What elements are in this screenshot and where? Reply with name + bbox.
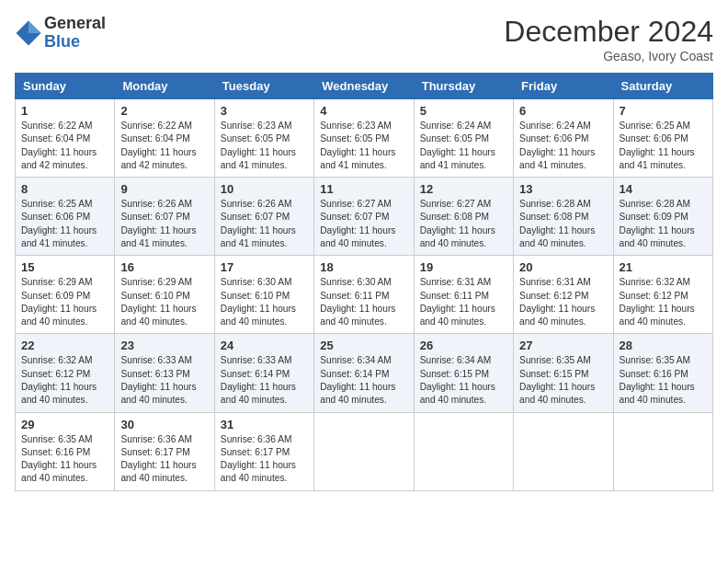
calendar-cell: 18Sunrise: 6:30 AM Sunset: 6:11 PM Dayli… (314, 256, 414, 334)
calendar-cell: 12Sunrise: 6:27 AM Sunset: 6:08 PM Dayli… (414, 178, 513, 256)
cell-details: Sunrise: 6:23 AM Sunset: 6:05 PM Dayligh… (320, 120, 407, 172)
calendar-week-4: 22Sunrise: 6:32 AM Sunset: 6:12 PM Dayli… (16, 334, 713, 412)
day-number: 27 (519, 339, 607, 352)
calendar-cell: 25Sunrise: 6:34 AM Sunset: 6:14 PM Dayli… (314, 334, 414, 412)
page-header: General Blue December 2024 Geaso, Ivory … (15, 15, 713, 63)
day-number: 8 (21, 182, 108, 196)
calendar-cell: 4Sunrise: 6:23 AM Sunset: 6:05 PM Daylig… (314, 99, 414, 178)
cell-details: Sunrise: 6:32 AM Sunset: 6:12 PM Dayligh… (21, 354, 108, 407)
calendar-cell: 2Sunrise: 6:22 AM Sunset: 6:04 PM Daylig… (115, 99, 214, 178)
cell-details: Sunrise: 6:29 AM Sunset: 6:09 PM Dayligh… (21, 276, 108, 328)
calendar-cell: 23Sunrise: 6:33 AM Sunset: 6:13 PM Dayli… (115, 334, 214, 412)
cell-details: Sunrise: 6:34 AM Sunset: 6:14 PM Dayligh… (320, 354, 407, 407)
day-number: 7 (620, 104, 707, 118)
cell-details: Sunrise: 6:35 AM Sunset: 6:16 PM Dayligh… (620, 354, 707, 407)
day-number: 9 (120, 182, 208, 196)
calendar-cell: 16Sunrise: 6:29 AM Sunset: 6:10 PM Dayli… (115, 256, 214, 334)
calendar-cell: 11Sunrise: 6:27 AM Sunset: 6:07 PM Dayli… (314, 178, 414, 256)
cell-details: Sunrise: 6:25 AM Sunset: 6:06 PM Dayligh… (620, 120, 707, 172)
day-number: 1 (21, 104, 108, 118)
cell-details: Sunrise: 6:33 AM Sunset: 6:14 PM Dayligh… (221, 354, 308, 407)
day-number: 13 (519, 182, 607, 196)
day-number: 6 (519, 104, 607, 118)
column-header-sunday: Sunday (16, 74, 115, 99)
cell-details: Sunrise: 6:26 AM Sunset: 6:07 PM Dayligh… (120, 198, 208, 250)
column-header-monday: Monday (115, 74, 214, 99)
calendar-cell: 6Sunrise: 6:24 AM Sunset: 6:06 PM Daylig… (514, 99, 613, 178)
day-number: 2 (120, 104, 208, 118)
cell-details: Sunrise: 6:35 AM Sunset: 6:15 PM Dayligh… (519, 354, 607, 407)
location-text: Geaso, Ivory Coast (504, 49, 713, 63)
calendar-cell: 24Sunrise: 6:33 AM Sunset: 6:14 PM Dayli… (214, 334, 313, 412)
day-number: 30 (120, 418, 208, 431)
cell-details: Sunrise: 6:34 AM Sunset: 6:15 PM Dayligh… (420, 354, 507, 407)
cell-details: Sunrise: 6:30 AM Sunset: 6:10 PM Dayligh… (221, 276, 308, 328)
calendar-cell: 15Sunrise: 6:29 AM Sunset: 6:09 PM Dayli… (16, 256, 115, 334)
day-number: 31 (221, 418, 308, 431)
day-number: 23 (120, 339, 208, 352)
calendar-cell: 9Sunrise: 6:26 AM Sunset: 6:07 PM Daylig… (115, 178, 214, 256)
logo: General Blue (15, 15, 106, 52)
day-number: 28 (620, 339, 707, 352)
day-number: 19 (420, 260, 507, 274)
calendar-cell: 28Sunrise: 6:35 AM Sunset: 6:16 PM Dayli… (613, 334, 712, 412)
cell-details: Sunrise: 6:36 AM Sunset: 6:17 PM Dayligh… (120, 433, 208, 486)
cell-details: Sunrise: 6:27 AM Sunset: 6:07 PM Dayligh… (320, 198, 407, 250)
day-number: 10 (221, 182, 308, 196)
cell-details: Sunrise: 6:23 AM Sunset: 6:05 PM Dayligh… (221, 120, 308, 172)
day-number: 17 (221, 260, 308, 274)
day-number: 29 (21, 418, 108, 431)
day-number: 3 (221, 104, 308, 118)
day-number: 22 (21, 339, 108, 352)
cell-details: Sunrise: 6:36 AM Sunset: 6:17 PM Dayligh… (221, 433, 308, 486)
cell-details: Sunrise: 6:35 AM Sunset: 6:16 PM Dayligh… (21, 433, 108, 486)
calendar-cell: 26Sunrise: 6:34 AM Sunset: 6:15 PM Dayli… (414, 334, 513, 412)
day-number: 5 (420, 104, 507, 118)
calendar-table: SundayMondayTuesdayWednesdayThursdayFrid… (15, 73, 713, 491)
calendar-cell: 13Sunrise: 6:28 AM Sunset: 6:08 PM Dayli… (514, 178, 613, 256)
calendar-cell: 27Sunrise: 6:35 AM Sunset: 6:15 PM Dayli… (514, 334, 613, 412)
cell-details: Sunrise: 6:27 AM Sunset: 6:08 PM Dayligh… (420, 198, 507, 250)
day-number: 16 (120, 260, 208, 274)
cell-details: Sunrise: 6:24 AM Sunset: 6:06 PM Dayligh… (519, 120, 607, 172)
column-header-friday: Friday (514, 74, 613, 99)
cell-details: Sunrise: 6:22 AM Sunset: 6:04 PM Dayligh… (120, 120, 208, 172)
cell-details: Sunrise: 6:22 AM Sunset: 6:04 PM Dayligh… (21, 120, 108, 172)
cell-details: Sunrise: 6:30 AM Sunset: 6:11 PM Dayligh… (320, 276, 407, 328)
calendar-cell: 22Sunrise: 6:32 AM Sunset: 6:12 PM Dayli… (16, 334, 115, 412)
calendar-week-1: 1Sunrise: 6:22 AM Sunset: 6:04 PM Daylig… (16, 99, 713, 178)
cell-details: Sunrise: 6:33 AM Sunset: 6:13 PM Dayligh… (120, 354, 208, 407)
calendar-cell (514, 412, 613, 490)
cell-details: Sunrise: 6:24 AM Sunset: 6:05 PM Dayligh… (420, 120, 507, 172)
calendar-cell: 7Sunrise: 6:25 AM Sunset: 6:06 PM Daylig… (613, 99, 712, 178)
cell-details: Sunrise: 6:31 AM Sunset: 6:12 PM Dayligh… (519, 276, 607, 328)
calendar-cell: 8Sunrise: 6:25 AM Sunset: 6:06 PM Daylig… (16, 178, 115, 256)
calendar-week-3: 15Sunrise: 6:29 AM Sunset: 6:09 PM Dayli… (16, 256, 713, 334)
cell-details: Sunrise: 6:28 AM Sunset: 6:09 PM Dayligh… (620, 198, 707, 250)
column-header-tuesday: Tuesday (214, 74, 313, 99)
calendar-cell: 21Sunrise: 6:32 AM Sunset: 6:12 PM Dayli… (613, 256, 712, 334)
day-number: 18 (320, 260, 407, 274)
column-header-wednesday: Wednesday (314, 74, 414, 99)
calendar-week-5: 29Sunrise: 6:35 AM Sunset: 6:16 PM Dayli… (16, 412, 713, 490)
calendar-cell: 19Sunrise: 6:31 AM Sunset: 6:11 PM Dayli… (414, 256, 513, 334)
calendar-header-row: SundayMondayTuesdayWednesdayThursdayFrid… (16, 74, 713, 99)
day-number: 25 (320, 339, 407, 352)
cell-details: Sunrise: 6:29 AM Sunset: 6:10 PM Dayligh… (120, 276, 208, 328)
cell-details: Sunrise: 6:28 AM Sunset: 6:08 PM Dayligh… (519, 198, 607, 250)
column-header-thursday: Thursday (414, 74, 513, 99)
calendar-cell: 31Sunrise: 6:36 AM Sunset: 6:17 PM Dayli… (214, 412, 313, 490)
svg-marker-1 (28, 20, 41, 33)
calendar-cell: 10Sunrise: 6:26 AM Sunset: 6:07 PM Dayli… (214, 178, 313, 256)
logo-blue-text: Blue (44, 33, 106, 52)
calendar-cell: 3Sunrise: 6:23 AM Sunset: 6:05 PM Daylig… (214, 99, 313, 178)
day-number: 20 (519, 260, 607, 274)
calendar-cell: 1Sunrise: 6:22 AM Sunset: 6:04 PM Daylig… (16, 99, 115, 178)
logo-icon (15, 19, 42, 47)
calendar-cell (314, 412, 414, 490)
day-number: 4 (320, 104, 407, 118)
logo-general-text: General (44, 15, 106, 33)
title-block: December 2024 Geaso, Ivory Coast (504, 15, 713, 63)
day-number: 14 (620, 182, 707, 196)
cell-details: Sunrise: 6:25 AM Sunset: 6:06 PM Dayligh… (21, 198, 108, 250)
